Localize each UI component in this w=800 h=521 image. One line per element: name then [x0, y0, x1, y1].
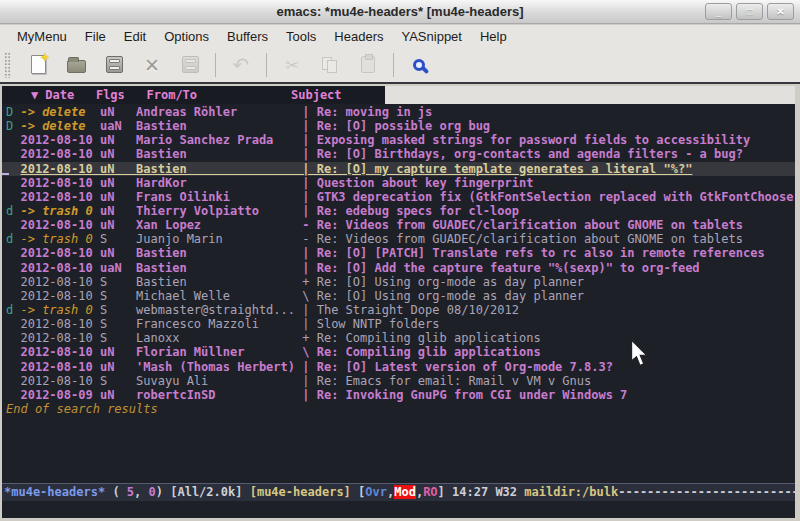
- message-row[interactable]: 2012-08-10 uN HardKor | Question about k…: [6, 176, 795, 190]
- message-line: 2012-08-10 S Lanoxx + Re: Compiling glib…: [20, 331, 540, 345]
- modeline-segment: *mu4e-headers*: [4, 485, 112, 499]
- star-icon: ✦: [40, 50, 51, 65]
- paste-button[interactable]: [353, 50, 383, 80]
- echo-area[interactable]: [2, 501, 795, 518]
- from-field: Xan Lopez: [136, 218, 295, 232]
- subject-field: + Re: Compiling glib applications: [295, 331, 541, 345]
- toolbar-grip-handle[interactable]: [4, 52, 11, 78]
- open-file-button[interactable]: [61, 50, 91, 80]
- date-field: 2012-08-10: [20, 345, 99, 359]
- mark-indicator: [6, 218, 20, 232]
- message-row[interactable]: 2012-08-10 S Francesco Mazzoli | Slow NN…: [6, 317, 795, 331]
- cut-button[interactable]: ✂: [277, 50, 307, 80]
- text-cursor: [2, 173, 9, 175]
- message-row[interactable]: 2012-08-10 uN Bastien | Re: [O] [PATCH] …: [6, 246, 795, 260]
- message-row[interactable]: D -> delete uN Andreas Röhler | Re: movi…: [6, 105, 795, 119]
- minimize-button[interactable]: _: [705, 3, 732, 20]
- message-row[interactable]: 2012-08-10 uN Mario Sanchez Prada | Expo…: [6, 133, 795, 147]
- from-field: webmaster@straightd...: [136, 303, 295, 317]
- from-field: Bastien: [136, 162, 295, 176]
- message-row[interactable]: 2012-08-10 uN Xan Lopez - Re: Videos fro…: [6, 218, 795, 232]
- flags-field: uN: [100, 105, 136, 119]
- from-field: Juanjo Marin: [136, 232, 295, 246]
- from-field: Frans Oilinki: [136, 190, 295, 204]
- undo-icon: ↶: [233, 53, 250, 77]
- modeline-segment: ): [156, 485, 170, 499]
- subject-field: \ Re: Compiling glib applications: [295, 345, 541, 359]
- date-field: 2012-08-10: [20, 162, 99, 176]
- menu-help[interactable]: Help: [471, 27, 516, 46]
- message-row[interactable]: 2012-08-10 S Lanoxx + Re: Compiling glib…: [6, 331, 795, 345]
- menu-headers[interactable]: Headers: [325, 27, 392, 46]
- message-row[interactable]: d -> trash 0 uN Thierry Volpiatto | Re: …: [6, 204, 795, 218]
- from-field: Bastien: [136, 246, 295, 260]
- message-row[interactable]: 2012-08-10 uaN Bastien | Re: [O] Add the…: [6, 261, 795, 275]
- undo-button[interactable]: ↶: [226, 50, 256, 80]
- date-field: 2012-08-10: [20, 261, 99, 275]
- close-icon: ✕: [144, 54, 160, 76]
- subject-field: \ Re: [O] Using org-mode as day planner: [295, 289, 584, 303]
- close-buffer-button[interactable]: ✕: [137, 50, 167, 80]
- close-button[interactable]: ✕: [767, 3, 794, 20]
- menu-edit[interactable]: Edit: [115, 27, 155, 46]
- date-field: -> delete: [20, 105, 99, 119]
- message-line: -> trash 0 S webmaster@straightd... | Th…: [20, 303, 519, 317]
- flags-field: uN: [100, 147, 136, 161]
- menu-buffers[interactable]: Buffers: [218, 27, 277, 46]
- save-button[interactable]: [99, 50, 129, 80]
- search-button[interactable]: [404, 50, 434, 80]
- scissors-icon: ✂: [285, 55, 299, 75]
- flags-field: uaN: [100, 119, 136, 133]
- message-list: D -> delete uN Andreas Röhler | Re: movi…: [2, 104, 795, 483]
- mark-indicator: [6, 147, 20, 161]
- flags-field: uN: [100, 204, 136, 218]
- message-row[interactable]: 2012-08-10 S Suvayu Ali | Re: Emacs for …: [6, 374, 795, 388]
- flags-field: S: [100, 303, 136, 317]
- mu4e-header-line: ▼ Date Flgs From/To Subject: [2, 86, 795, 104]
- menu-tools[interactable]: Tools: [277, 27, 325, 46]
- subject-field: | Re: moving in js: [295, 105, 432, 119]
- save-as-button[interactable]: [175, 50, 205, 80]
- message-row[interactable]: d -> trash 0 S webmaster@straightd... | …: [6, 303, 795, 317]
- menu-mymenu[interactable]: MyMenu: [8, 27, 76, 46]
- message-row[interactable]: 2012-08-10 uN Florian Müllner \ Re: Comp…: [6, 345, 795, 359]
- from-field: HardKor: [136, 176, 295, 190]
- date-field: 2012-08-10: [20, 289, 99, 303]
- flags-field: uN: [100, 162, 136, 176]
- mark-indicator: [6, 388, 20, 402]
- message-line: 2012-08-10 uN Bastien | Re: [O] [PATCH] …: [20, 246, 764, 260]
- message-row[interactable]: 2012-08-10 uN Bastien | Re: [O] Birthday…: [6, 147, 795, 161]
- message-row[interactable]: 2012-08-10 S Michael Welle \ Re: [O] Usi…: [6, 289, 795, 303]
- mark-indicator: D: [6, 105, 20, 119]
- column-headers: ▼ Date Flgs From/To Subject: [2, 86, 385, 104]
- date-field: 2012-08-10: [20, 275, 99, 289]
- modeline-segment: [mu4e-headers]: [250, 485, 351, 499]
- save-as-icon: [182, 56, 199, 73]
- date-field: -> trash 0: [20, 303, 99, 317]
- message-row[interactable]: D -> delete uaN Bastien | Re: [O] possib…: [6, 119, 795, 133]
- mark-indicator: d: [6, 204, 20, 218]
- mark-indicator: [6, 360, 20, 374]
- message-row[interactable]: 2012-08-10 uN Bastien | Re: [O] my captu…: [2, 162, 795, 176]
- message-row[interactable]: 2012-08-10 uN Frans Oilinki | GTK3 depre…: [6, 190, 795, 204]
- menu-options[interactable]: Options: [155, 27, 218, 46]
- from-field: Bastien: [136, 261, 295, 275]
- menu-yasnippet[interactable]: YASnippet: [392, 27, 470, 46]
- mark-indicator: [6, 374, 20, 388]
- message-row[interactable]: 2012-08-10 S Bastien + Re: [O] Using org…: [6, 275, 795, 289]
- copy-button[interactable]: [315, 50, 345, 80]
- message-row[interactable]: 2012-08-09 uN robertcInSD | Re: Invoking…: [6, 388, 795, 402]
- modeline-segment: [: [351, 485, 365, 499]
- new-file-button[interactable]: ✦: [23, 50, 53, 80]
- flags-field: S: [100, 232, 136, 246]
- from-field: Lanoxx: [136, 331, 295, 345]
- message-row[interactable]: 2012-08-10 uN 'Mash (Thomas Herbert) | R…: [6, 360, 795, 374]
- mark-indicator: [6, 289, 20, 303]
- modeline-segment: RO: [423, 485, 437, 499]
- maximize-button[interactable]: □: [736, 3, 763, 20]
- from-field: Michael Welle: [136, 289, 295, 303]
- menu-file[interactable]: File: [76, 27, 115, 46]
- subject-field: | Re: [O] Add the capture feature "%(sex…: [295, 261, 700, 275]
- subject-field: + Re: [O] Using org-mode as day planner: [295, 275, 584, 289]
- message-row[interactable]: d -> trash 0 S Juanjo Marin - Re: Videos…: [6, 232, 795, 246]
